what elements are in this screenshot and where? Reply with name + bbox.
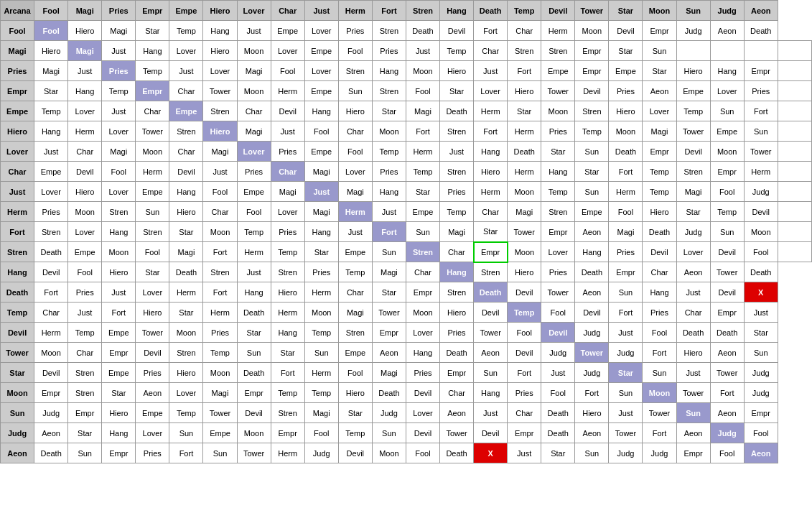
cell: Sun (609, 383, 643, 403)
cell: Tower (203, 81, 237, 101)
cell: Sun (643, 363, 676, 383)
table-row: JustLoverHieroLoverEmpeHangFoolEmpeMagiJ… (1, 182, 812, 202)
cell: Moon (34, 343, 68, 363)
cell: Star (643, 61, 676, 81)
cell: Lover (474, 81, 508, 101)
cell: Herm (203, 303, 237, 323)
cell: Empr (575, 61, 609, 81)
row-header-aeon: Aeon (1, 443, 34, 463)
cell: Just (34, 142, 68, 162)
cell: Fool (203, 182, 237, 202)
cell: Empe (304, 142, 338, 162)
col-header-tower: Tower (575, 1, 609, 21)
cell: Hang (271, 323, 304, 343)
cell: Judg (744, 182, 778, 202)
cell: Empr (271, 423, 304, 443)
cell: Hiero (102, 403, 136, 423)
cell: Fool (710, 182, 744, 202)
cell: Lover (169, 383, 203, 403)
cell: Magi (237, 61, 271, 81)
cell: Just (271, 121, 304, 142)
cell: Moon (609, 121, 643, 142)
cell: Just (541, 363, 575, 383)
cell: Death (643, 222, 676, 242)
cell: Just (474, 403, 508, 423)
table-row: FortStrenLoverHangStrenStarMoonTempPries… (1, 222, 812, 242)
cell: Just (304, 182, 338, 202)
cell: Lover (271, 41, 304, 61)
cell: Hiero (474, 162, 508, 182)
cell: Empr (237, 383, 271, 403)
cell: Temp (643, 162, 676, 182)
cell: Herm (68, 121, 102, 142)
cell: Temp (710, 202, 744, 222)
cell: Char (169, 142, 203, 162)
cell: Fort (575, 383, 609, 403)
cell: Stren (440, 282, 474, 303)
cell: Sun (237, 343, 271, 363)
cell: Fool (710, 443, 744, 463)
cell: Fort (609, 303, 643, 323)
cell: Empr (710, 162, 744, 182)
cell: Stren (68, 383, 102, 403)
row-header-sun: Sun (1, 403, 34, 423)
cell: Moon (237, 81, 271, 101)
table-row: MagiHieroMagiJustHangLoverHieroMoonLover… (1, 41, 812, 61)
row-header-fool: Fool (1, 21, 34, 41)
cell: Empr (68, 403, 102, 423)
cell: Aeon (710, 21, 744, 41)
cell: Aeon (34, 423, 68, 443)
cell: Temp (338, 262, 372, 282)
table-row: StrenDeathEmpeMoonFoolMagiFortHermTempSt… (1, 242, 812, 262)
cell: Fool (541, 303, 575, 323)
cell: Star (169, 222, 203, 242)
row-header-char: Char (1, 162, 34, 182)
cell: Hiero (68, 21, 102, 41)
cell: Stren (169, 343, 203, 363)
cell: Stren (676, 162, 710, 182)
cell: Fort (271, 363, 304, 383)
cell: Stren (338, 61, 372, 81)
cell: Fool (541, 383, 575, 403)
cell: Sun (203, 443, 237, 463)
cell: Pries (203, 323, 237, 343)
cell: Tower (440, 423, 474, 443)
row-header-star: Star (1, 363, 34, 383)
cell: Sun (710, 101, 744, 121)
cell: Moon (575, 21, 609, 41)
table-row: CharEmpeDevilFoolHermDevilJustPriesCharM… (1, 162, 812, 182)
table-row: StarDevilStrenEmpePriesHieroMoonDeathFor… (1, 363, 812, 383)
cell: Just (508, 443, 541, 463)
col-header-hiero: Hiero (203, 1, 237, 21)
cell: Herm (744, 162, 778, 182)
cell: Star (541, 142, 575, 162)
cell: Empr (474, 242, 508, 262)
cell: Temp (68, 323, 102, 343)
cell: Hang (440, 262, 474, 282)
arcana-table: ArcanaFoolMagiPriesEmprEmpeHieroLoverCha… (0, 0, 812, 463)
cell: Empe (102, 363, 136, 383)
cell: Pries (609, 81, 643, 101)
cell: Tower (474, 323, 508, 343)
cell: Tower (237, 443, 271, 463)
row-header-pries: Pries (1, 61, 34, 81)
cell: Temp (676, 101, 710, 121)
cell: Just (609, 323, 643, 343)
cell: Hang (34, 121, 68, 142)
cell: Hiero (643, 202, 676, 222)
table-body: FoolFoolHieroMagiStarTempHangJustEmpeLov… (1, 21, 812, 463)
cell: Temp (440, 41, 474, 61)
cell: Lover (541, 242, 575, 262)
cell: Char (508, 403, 541, 423)
col-header-arcana: Arcana (1, 1, 34, 21)
cell: Judg (676, 21, 710, 41)
cell: Devil (710, 282, 744, 303)
cell: Magi (643, 121, 676, 142)
cell: Empe (541, 61, 575, 81)
cell: Just (676, 363, 710, 383)
cell: Magi (406, 101, 439, 121)
cell: Moon (372, 443, 406, 463)
cell: Fool (237, 202, 271, 222)
cell: Hiero (203, 41, 237, 61)
cell: Char (136, 101, 169, 121)
